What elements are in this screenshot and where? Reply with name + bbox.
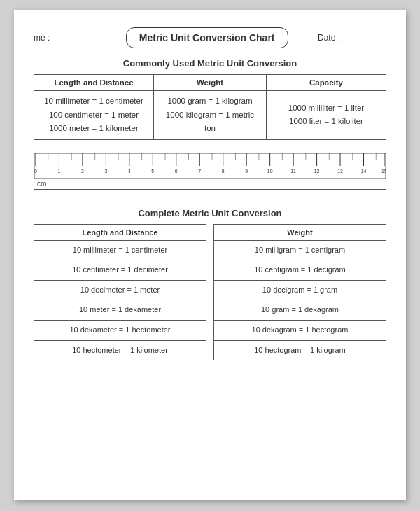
svg-text:13: 13 — [337, 169, 343, 174]
weight-row-2: 1000 kilogram = 1 metric ton — [166, 111, 254, 133]
table-row: 10 hectogram = 1 kilogram — [214, 340, 386, 360]
svg-text:8: 8 — [222, 169, 225, 174]
header-row: me : Metric Unit Conversion Chart Date : — [34, 27, 386, 48]
svg-text:11: 11 — [290, 169, 296, 174]
complete-length-header: Length and Distance — [34, 224, 206, 240]
ruler-svg: 0 1 2 3 4 5 6 7 8 9 — [34, 153, 386, 178]
page: me : Metric Unit Conversion Chart Date :… — [14, 10, 406, 500]
header-left: me : — [34, 33, 96, 43]
length-row-3: 1000 meter = 1 kilometer — [49, 124, 139, 132]
ruler: 0 1 2 3 4 5 6 7 8 9 — [34, 153, 386, 178]
complete-length-row-1: 10 millimeter = 1 centimeter — [34, 240, 206, 260]
me-label: me : — [34, 33, 50, 43]
svg-text:15: 15 — [382, 169, 386, 174]
complete-weight-header: Weight — [214, 224, 386, 240]
length-row-2: 100 centimeter = 1 meter — [49, 111, 139, 119]
complete-section-title: Complete Metric Unit Conversion — [34, 208, 386, 218]
svg-text:7: 7 — [198, 169, 201, 174]
svg-text:5: 5 — [151, 169, 154, 174]
svg-rect-0 — [34, 153, 386, 178]
table-row: 10 centimeter = 1 decimeter — [34, 260, 206, 281]
svg-text:10: 10 — [267, 169, 273, 174]
date-label: Date : — [318, 33, 340, 43]
page-title: Metric Unit Conversion Chart — [126, 27, 288, 48]
ruler-container: 0 1 2 3 4 5 6 7 8 9 — [34, 153, 386, 190]
svg-text:14: 14 — [361, 169, 367, 174]
table-row: 10 hectometer = 1 kilometer — [34, 340, 206, 360]
ruler-label: cm — [34, 178, 386, 189]
table-row: 10 decigram = 1 gram — [214, 280, 386, 300]
table-row: 10 gram = 1 dekagram — [214, 300, 386, 321]
svg-text:4: 4 — [128, 169, 131, 174]
complete-weight-row-4: 10 gram = 1 dekagram — [214, 300, 386, 321]
complete-length-row-4: 10 meter = 1 dekameter — [34, 300, 206, 321]
complete-weight-row-1: 10 milligram = 1 centigram — [214, 240, 386, 260]
table-row: 10 decimeter = 1 meter — [34, 280, 206, 300]
complete-weight-row-3: 10 decigram = 1 gram — [214, 280, 386, 300]
length-row-1: 10 millimeter = 1 centimeter — [44, 97, 144, 105]
capacity-row-1: 1000 milliliter = 1 liter — [288, 104, 364, 112]
date-line — [344, 38, 386, 38]
table-row: 10 dekagram = 1 hectogram — [214, 321, 386, 341]
complete-weight-table: Weight 10 milligram = 1 centigram 10 cen… — [214, 224, 386, 361]
complete-length-row-3: 10 decimeter = 1 meter — [34, 280, 206, 300]
capacity-row-2: 1000 liter = 1 kiloliter — [289, 117, 363, 125]
table-row: 10 centigram = 1 decigram — [214, 260, 386, 281]
table-row: 10 milligram = 1 centigram — [214, 240, 386, 260]
length-cell: 10 millimeter = 1 centimeter 100 centime… — [34, 91, 154, 140]
me-line — [54, 38, 96, 38]
svg-text:9: 9 — [245, 169, 248, 174]
svg-text:0: 0 — [34, 169, 37, 174]
table-row: 10 dekameter = 1 hectometer — [34, 321, 206, 341]
complete-weight-row-5: 10 dekagram = 1 hectogram — [214, 321, 386, 341]
weight-cell: 1000 gram = 1 kilogram 1000 kilogram = 1… — [154, 91, 267, 140]
table-row: 10 meter = 1 dekameter — [34, 300, 206, 321]
table-row: 10 millimeter = 1 centimeter — [34, 240, 206, 260]
complete-length-table: Length and Distance 10 millimeter = 1 ce… — [34, 224, 206, 361]
common-section-title: Commonly Used Metric Unit Conversion — [34, 58, 386, 69]
col-header-weight: Weight — [154, 75, 267, 91]
col-header-capacity: Capacity — [266, 75, 386, 91]
svg-text:2: 2 — [81, 169, 84, 174]
complete-weight-row-2: 10 centigram = 1 decigram — [214, 260, 386, 281]
complete-tables: Length and Distance 10 millimeter = 1 ce… — [34, 224, 386, 361]
weight-row-1: 1000 gram = 1 kilogram — [167, 97, 252, 105]
complete-length-row-5: 10 dekameter = 1 hectometer — [34, 321, 206, 341]
complete-length-row-6: 10 hectometer = 1 kilometer — [34, 340, 206, 360]
svg-text:12: 12 — [314, 169, 320, 174]
col-header-length: Length and Distance — [34, 75, 154, 91]
svg-text:6: 6 — [175, 169, 178, 174]
common-table: Length and Distance Weight Capacity 10 m… — [34, 74, 386, 140]
complete-weight-row-6: 10 hectogram = 1 kilogram — [214, 340, 386, 360]
table-row: 10 millimeter = 1 centimeter 100 centime… — [34, 91, 386, 140]
capacity-cell: 1000 milliliter = 1 liter 1000 liter = 1… — [266, 91, 386, 140]
svg-text:1: 1 — [58, 169, 61, 174]
header-right: Date : — [318, 33, 386, 43]
complete-length-row-2: 10 centimeter = 1 decimeter — [34, 260, 206, 281]
svg-text:3: 3 — [104, 169, 107, 174]
